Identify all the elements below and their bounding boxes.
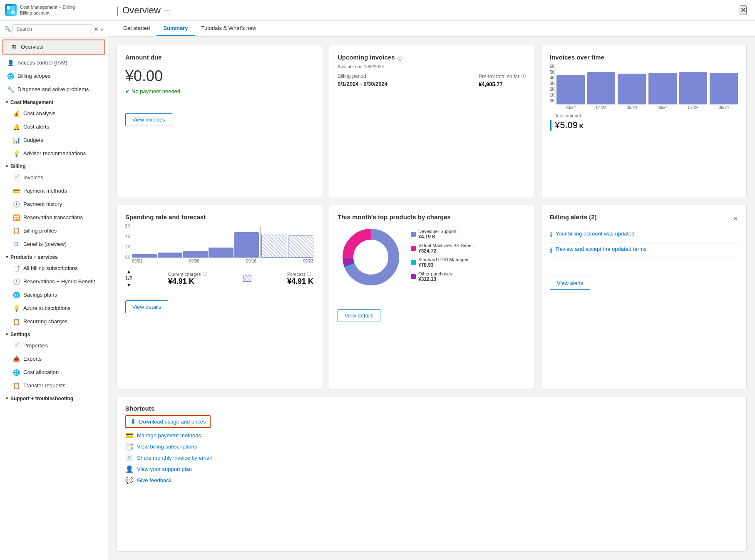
shortcut-download-usage-highlighted[interactable]: ⬇ Download usage and prices — [125, 415, 211, 428]
chevron-down-icon: ▾ — [6, 164, 8, 168]
page-title: | Overview ··· — [117, 5, 170, 16]
forecast-bar-2 — [288, 235, 313, 258]
tab-get-started[interactable]: Get started — [117, 21, 156, 36]
shortcut-view-billing-subscriptions[interactable]: 📑 View billing subscriptions — [125, 443, 738, 451]
sidebar-item-recurring-charges[interactable]: 📋 Recurring charges — [6, 315, 108, 328]
sidebar-item-billing-profiles[interactable]: 📋 Billing profiles — [6, 224, 108, 238]
sidebar-item-budgets[interactable]: 📊 Budgets — [6, 134, 108, 147]
bar-0424 — [587, 72, 616, 104]
legend-text-1: Virtual Machines BS Serie... ¥324.72 — [418, 243, 475, 254]
donut-area: Developer Support ¥4.19 K Virtual Machin… — [338, 224, 526, 290]
shortcut-give-feedback[interactable]: 💬 Give feedback — [125, 476, 738, 484]
prev-page-button[interactable]: ▲ — [126, 269, 131, 275]
section-settings[interactable]: ▾ Settings — [0, 328, 108, 339]
sidebar-item-cost-analysis[interactable]: 💰 Cost analysis — [6, 107, 108, 120]
forecast-value: ¥4.91 K — [287, 277, 313, 286]
sidebar-item-cost-alerts[interactable]: 🔔 Cost alerts — [6, 120, 108, 134]
clear-search-button[interactable]: ✕ — [94, 26, 99, 32]
more-options-button[interactable]: ··· — [164, 6, 170, 15]
payment-methods-icon: 💳 — [12, 187, 20, 195]
amount-due-card: Amount due ¥0.00 ✔ No payment needed Vie… — [117, 45, 322, 198]
collapse-sidebar-button[interactable]: « — [100, 26, 104, 32]
sidebar-item-advisor[interactable]: 💡 Advisor recommendations — [6, 147, 108, 160]
forecast-info-icon[interactable]: ⓘ — [307, 271, 311, 277]
app-name: Cost Management + Billing Billing accoun… — [20, 4, 75, 16]
legend-text-0: Developer Support ¥4.19 K — [418, 229, 457, 240]
section-billing[interactable]: ▾ Billing — [0, 160, 108, 171]
products-services-items: 📑 All billing subscriptions 🕐 Reservatio… — [0, 262, 108, 328]
current-charges-info-icon[interactable]: ⓘ — [203, 271, 207, 277]
sidebar-item-azure-subscriptions[interactable]: 💡 Azure subscriptions — [6, 302, 108, 315]
billing-scopes-icon: 🌐 — [7, 72, 14, 80]
sidebar-item-label: Billing scopes — [17, 73, 51, 79]
search-icon: 🔍 — [4, 26, 11, 32]
legend-text-3: Other purchases ¥312.13 — [418, 271, 452, 282]
sidebar-item-overview[interactable]: ⊞ Overview — [2, 40, 105, 55]
top-products-card: This month's top products by charges — [329, 205, 534, 389]
sidebar-item-billing-scopes[interactable]: 🌐 Billing scopes — [0, 69, 108, 83]
bar-0524 — [618, 74, 646, 104]
invoice-details-row: Billing period 9/1/2024 - 9/30/2024 Pre-… — [338, 73, 526, 87]
tab-tutorials[interactable]: Tutorials & What's new — [195, 21, 263, 36]
view-alerts-button[interactable]: View alerts — [550, 277, 590, 290]
payment-icon: 💳 — [125, 431, 134, 439]
total-amount-block: Total amount ¥5.09 K — [550, 113, 738, 131]
pretax-info-icon[interactable]: ⓘ — [521, 73, 526, 79]
shortcut-view-support-plan[interactable]: 👤 View your support plan — [125, 465, 738, 473]
view-invoices-button[interactable]: View invoices — [125, 113, 172, 126]
x-axis-labels: 03/24 04/24 05/24 06/24 07/24 08/24 — [556, 105, 738, 110]
info-icon[interactable]: ⓘ — [397, 56, 402, 62]
sidebar-item-payment-history[interactable]: 🕐 Payment history — [6, 198, 108, 211]
pipe-separator: | — [117, 5, 119, 16]
sidebar-item-diagnose[interactable]: 🔧 Diagnose and solve problems — [0, 83, 108, 96]
sidebar-item-invoices[interactable]: 📄 Invoices — [6, 171, 108, 184]
sidebar-item-payment-methods[interactable]: 💳 Payment methods — [6, 184, 108, 198]
settings-items: 📄 Properties 📤 Exports 🌐 Cost allocation… — [0, 339, 108, 392]
sidebar-item-properties[interactable]: 📄 Properties — [6, 339, 108, 352]
sidebar-item-all-billing-subscriptions[interactable]: 📑 All billing subscriptions — [6, 262, 108, 275]
search-input[interactable] — [12, 24, 92, 34]
alerts-dismiss-all-button[interactable]: ✕ — [733, 216, 738, 222]
top-products-title: This month's top products by charges — [338, 213, 526, 221]
cost-allocation-icon: 🌐 — [12, 369, 20, 376]
view-products-details-button[interactable]: View details — [338, 309, 380, 322]
shortcuts-card: Shortcuts ⬇ Download usage and prices 💳 … — [117, 396, 747, 552]
total-amount-value: ¥5.09 K — [550, 120, 738, 131]
page-title-text: Overview — [122, 5, 161, 16]
alert-link-0[interactable]: Your billing account was updated — [556, 230, 635, 237]
view-spending-details-button[interactable]: View details — [125, 300, 168, 313]
sidebar-item-reservations-hybrid[interactable]: 🕐 Reservations + Hybrid Benefit — [6, 275, 108, 288]
recurring-charges-icon: 📋 — [12, 318, 20, 325]
app-logo — [5, 4, 17, 16]
alert-link-1[interactable]: Review and accept the updated terms — [556, 246, 646, 252]
all-billing-icon: 📑 — [12, 265, 20, 272]
sidebar-item-savings-plans[interactable]: 🌐 Savings plans — [6, 288, 108, 302]
advisor-icon: 💡 — [12, 150, 20, 157]
sidebar-item-reservation-transactions[interactable]: 🔁 Reservation transactions — [6, 211, 108, 224]
sidebar-item-exports[interactable]: 📤 Exports — [6, 352, 108, 366]
bar-0724 — [679, 72, 708, 104]
shortcut-share-invoice[interactable]: 📧 Share monthly invoice by email — [125, 454, 738, 462]
close-button[interactable]: ✕ — [740, 5, 747, 15]
sidebar-item-transfer-requests[interactable]: 📋 Transfer requests — [6, 379, 108, 392]
alert-item-1: ℹ Review and accept the updated terms — [550, 243, 738, 258]
cost-alerts-icon: 🔔 — [12, 123, 20, 131]
section-cost-management[interactable]: ▾ Cost Management — [0, 96, 108, 107]
svg-rect-2 — [7, 10, 10, 14]
cost-management-items: 💰 Cost analysis 🔔 Cost alerts 📊 Budgets … — [0, 107, 108, 160]
spending-bar-1 — [132, 254, 156, 258]
section-products-services[interactable]: ▾ Products + services — [0, 251, 108, 262]
y-axis-labels: 6K5K4K3K2K1K0K — [550, 64, 556, 110]
sidebar-item-cost-allocation[interactable]: 🌐 Cost allocation — [6, 366, 108, 379]
section-support[interactable]: ▾ Support + troubleshooting — [0, 392, 108, 403]
reservations-icon: 🕐 — [12, 278, 20, 285]
shortcut-manage-payment[interactable]: 💳 Manage payment methods — [125, 431, 738, 439]
next-page-button[interactable]: ▼ — [126, 282, 131, 288]
sidebar-item-benefits-preview[interactable]: 🖥 Benefits (preview) — [6, 238, 108, 251]
tab-summary[interactable]: Summary — [156, 21, 194, 36]
main-content: | Overview ··· ✕ Get started Summary Tut… — [108, 0, 755, 560]
forecast-divider — [260, 227, 261, 258]
invoices-over-time-title: Invoices over time — [550, 54, 738, 61]
reservation-transactions-icon: 🔁 — [12, 214, 20, 221]
sidebar-item-access-control[interactable]: 👤 Access control (IAM) — [0, 56, 108, 69]
